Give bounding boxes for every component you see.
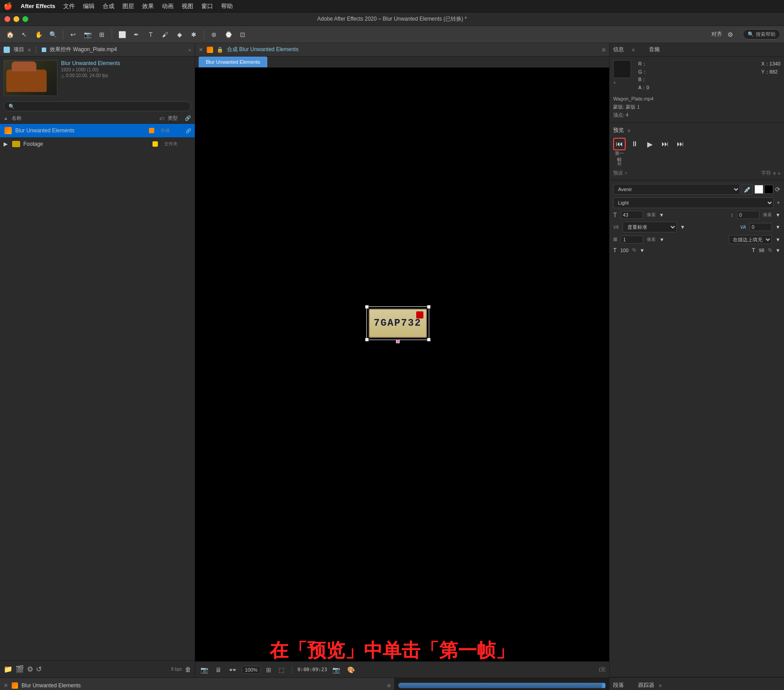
extra-tool-2[interactable]: ⌚ bbox=[222, 28, 235, 41]
settings-tool[interactable]: ⚙ bbox=[724, 28, 736, 41]
scale-h-dropdown[interactable]: ▼ bbox=[640, 248, 645, 253]
line-height-dropdown[interactable]: ▼ bbox=[775, 212, 780, 218]
minimize-button[interactable] bbox=[13, 16, 19, 22]
text-tool[interactable]: T bbox=[144, 28, 157, 41]
glasses-btn[interactable]: 👓 bbox=[227, 665, 238, 674]
handle-tl[interactable] bbox=[365, 305, 369, 309]
line-height-px-input[interactable] bbox=[621, 236, 643, 244]
zoom-tool[interactable]: 🔍 bbox=[47, 28, 59, 41]
trim-tool[interactable]: ⊞ bbox=[96, 28, 108, 41]
handle-tr[interactable] bbox=[427, 305, 431, 309]
home-tool[interactable]: 🏠 bbox=[4, 28, 16, 41]
tracking-dropdown[interactable]: ▼ bbox=[775, 224, 780, 230]
char-expand[interactable]: » bbox=[778, 170, 780, 176]
rect-tool[interactable]: ⬜ bbox=[116, 28, 128, 41]
size-dropdown[interactable]: ▼ bbox=[659, 212, 664, 218]
tracking-input[interactable] bbox=[749, 223, 772, 231]
fit-btn[interactable]: ⊞ bbox=[264, 665, 273, 674]
last-frame-btn[interactable]: ⏭ bbox=[674, 138, 687, 150]
comp-tab-active[interactable]: Blur Unwanted Elements bbox=[199, 57, 267, 67]
redo-tool[interactable]: 📷 bbox=[81, 28, 94, 41]
menu-help[interactable]: 帮助 bbox=[221, 2, 233, 10]
project-search-input[interactable] bbox=[4, 101, 191, 111]
zoom-select[interactable]: 100% bbox=[242, 666, 261, 674]
font-style-select[interactable]: Light bbox=[613, 197, 774, 208]
hand-tool[interactable]: ✋ bbox=[32, 28, 45, 41]
color-swatch[interactable] bbox=[613, 60, 631, 78]
project-comp-name[interactable]: Blur Unwanted Elements bbox=[61, 60, 191, 66]
panel-menu-icon[interactable]: ≡ bbox=[28, 47, 30, 52]
tl-close-btn[interactable]: ✕ bbox=[4, 682, 8, 689]
kerning-select[interactable]: 度量标准 bbox=[623, 222, 677, 232]
eyedropper-btn[interactable]: 💉 bbox=[742, 184, 753, 195]
extra-tool-1[interactable]: ⊛ bbox=[208, 28, 220, 41]
list-item-folder[interactable]: ▶ Footage 文件夹 bbox=[0, 137, 195, 151]
prev-frame-btn[interactable]: ⏸ bbox=[628, 138, 641, 150]
tracker-menu-icon[interactable]: ≡ bbox=[659, 683, 662, 688]
kerning-dropdown[interactable]: ▼ bbox=[680, 224, 685, 230]
fill-stroke-dropdown[interactable]: ▼ bbox=[775, 237, 780, 242]
menu-layer[interactable]: 图层 bbox=[122, 2, 134, 10]
menu-view[interactable]: 视图 bbox=[182, 2, 193, 10]
menu-window[interactable]: 窗口 bbox=[201, 2, 213, 10]
preview-menu-icon[interactable]: ≡ bbox=[627, 128, 630, 133]
fill-stroke-select[interactable]: 在描边上填充 bbox=[729, 235, 772, 244]
fill-color-box[interactable] bbox=[754, 185, 763, 194]
next-frame-btn[interactable]: ⏭ bbox=[659, 138, 671, 150]
trash-btn[interactable]: 🗑 bbox=[185, 666, 191, 673]
comp-close-btn[interactable]: ✕ bbox=[199, 47, 203, 53]
line-px-dropdown[interactable]: ▼ bbox=[659, 237, 664, 242]
viewport[interactable]: 7GAP732 bbox=[195, 68, 609, 661]
brush-tool[interactable]: 🖌 bbox=[159, 28, 171, 41]
stamp-tool[interactable]: ◆ bbox=[173, 28, 186, 41]
sort-asc-icon[interactable]: ▲ bbox=[4, 116, 8, 121]
mask-corner-handle[interactable] bbox=[396, 340, 400, 343]
select-tool[interactable]: ↖ bbox=[18, 28, 30, 41]
menu-file[interactable]: 文件 bbox=[63, 2, 75, 10]
stroke-color-box[interactable] bbox=[764, 185, 773, 194]
new-folder-btn[interactable]: 📁 bbox=[4, 665, 13, 673]
comp-lock-icon[interactable]: 🔒 bbox=[217, 47, 223, 53]
play-btn[interactable]: ▶ bbox=[644, 138, 656, 150]
handle-bl[interactable] bbox=[365, 338, 369, 341]
undo-tool[interactable]: ↩ bbox=[67, 28, 79, 41]
font-family-select[interactable]: Avenir bbox=[613, 184, 740, 195]
swap-colors-btn[interactable]: ⟳ bbox=[775, 186, 780, 193]
comp-panel-menu[interactable]: ≡ bbox=[602, 46, 605, 53]
menu-composition[interactable]: 合成 bbox=[103, 2, 114, 10]
char-label[interactable]: 字符 bbox=[761, 170, 771, 176]
search-icon: 🔍 bbox=[748, 31, 754, 37]
reset-btn[interactable]: ↺ bbox=[36, 665, 42, 673]
menu-edit[interactable]: 编辑 bbox=[83, 2, 95, 10]
menu-animation[interactable]: 动画 bbox=[162, 2, 174, 10]
work-area-bar[interactable] bbox=[398, 683, 605, 688]
close-button[interactable] bbox=[4, 16, 10, 22]
region-btn[interactable]: ⬚ bbox=[277, 665, 286, 674]
search-help[interactable]: 🔍 搜索帮助 bbox=[743, 29, 780, 39]
color-btn[interactable]: 🎨 bbox=[345, 665, 357, 674]
first-frame-btn[interactable]: ⏮ bbox=[613, 138, 626, 150]
camera-btn[interactable]: 📷 bbox=[331, 665, 342, 674]
maximize-button[interactable] bbox=[22, 16, 28, 22]
license-plate-container[interactable]: 7GAP732 bbox=[366, 306, 429, 340]
pen-tool[interactable]: ✒ bbox=[130, 28, 143, 41]
menu-effect[interactable]: 效果 bbox=[142, 2, 154, 10]
tl-menu-icon[interactable]: ≡ bbox=[387, 682, 391, 689]
puppet-tool[interactable]: ✱ bbox=[187, 28, 200, 41]
extra-tool-3[interactable]: ⊡ bbox=[236, 28, 249, 41]
expand-icon[interactable]: » bbox=[188, 47, 191, 52]
effects-preset-btn[interactable]: ⚙ bbox=[27, 665, 33, 673]
scale-v-dropdown[interactable]: ▼ bbox=[775, 248, 780, 253]
monitor-btn[interactable]: 🖥 bbox=[213, 665, 223, 674]
work-bar-handle[interactable] bbox=[602, 683, 605, 688]
apple-menu[interactable]: 🍎 bbox=[4, 2, 13, 10]
line-height-input[interactable] bbox=[737, 211, 759, 219]
preset-sep: ≡ bbox=[625, 170, 627, 175]
list-item-comp[interactable]: Blur Unwanted Elements 合成 🔗 bbox=[0, 124, 195, 137]
handle-br[interactable] bbox=[427, 338, 431, 341]
info-menu-icon[interactable]: ≡ bbox=[632, 47, 635, 52]
font-size-input[interactable] bbox=[621, 211, 643, 219]
snapshot-btn[interactable]: 📷 bbox=[199, 665, 210, 674]
new-comp-btn[interactable]: 🎬 bbox=[15, 665, 24, 673]
char-menu-icon[interactable]: ≡ bbox=[773, 170, 775, 176]
